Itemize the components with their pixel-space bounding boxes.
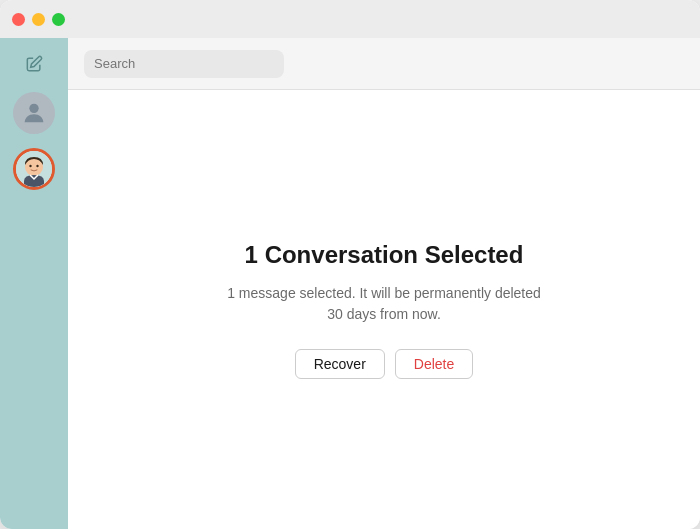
compose-button[interactable]: [20, 50, 48, 78]
maximize-button[interactable]: [52, 13, 65, 26]
detail-pane: 1 Conversation Selected 1 message select…: [68, 90, 700, 529]
main-area: 1 Conversation Selected 1 message select…: [0, 38, 700, 529]
svg-point-4: [36, 165, 38, 167]
generic-avatar[interactable]: [13, 92, 55, 134]
selected-title: 1 Conversation Selected: [245, 241, 524, 269]
titlebar: [0, 0, 700, 38]
action-buttons: Recover Delete: [295, 349, 474, 379]
svg-point-0: [29, 104, 38, 113]
active-avatar[interactable]: [13, 148, 55, 190]
search-input[interactable]: [84, 50, 284, 78]
minimize-button[interactable]: [32, 13, 45, 26]
traffic-lights: [12, 13, 65, 26]
avatar-face: [16, 151, 52, 187]
content-area: 1 Conversation Selected 1 message select…: [68, 38, 700, 529]
selected-description: 1 message selected. It will be permanent…: [224, 283, 544, 325]
sidebar: [0, 38, 68, 529]
delete-button[interactable]: Delete: [395, 349, 473, 379]
search-bar-area: [68, 38, 700, 90]
svg-point-3: [29, 165, 31, 167]
app-window: 1 Conversation Selected 1 message select…: [0, 0, 700, 529]
recover-button[interactable]: Recover: [295, 349, 385, 379]
close-button[interactable]: [12, 13, 25, 26]
